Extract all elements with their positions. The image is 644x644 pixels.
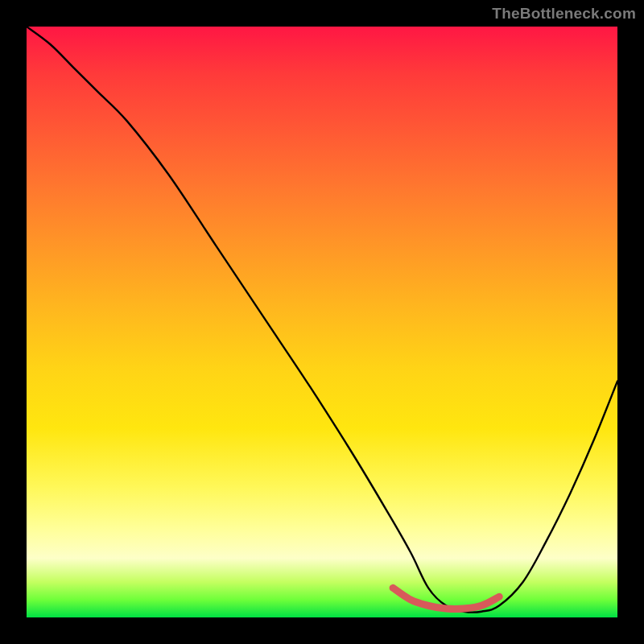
chart-frame: TheBottleneck.com bbox=[0, 0, 644, 644]
plot-area bbox=[27, 27, 617, 617]
bottleneck-curve-path bbox=[27, 27, 617, 613]
watermark-label: TheBottleneck.com bbox=[492, 5, 636, 23]
chart-svg bbox=[27, 27, 617, 617]
optimal-region-path bbox=[393, 588, 499, 609]
